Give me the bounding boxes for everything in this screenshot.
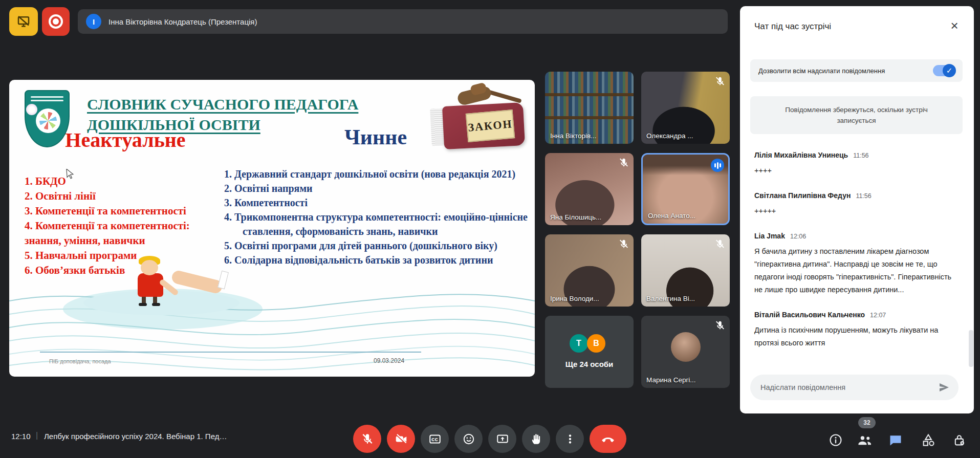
message-sender: Лілія Михайлівна Унинець xyxy=(754,151,848,159)
mic-off-icon xyxy=(714,76,726,87)
chat-message-input[interactable] xyxy=(760,383,938,391)
speaking-indicator-icon xyxy=(711,159,724,172)
allow-messages-label: Дозволити всім надсилати повідомлення xyxy=(758,67,933,75)
send-icon[interactable] xyxy=(938,381,950,394)
message-time: 12:07 xyxy=(870,312,886,319)
presenter-avatar: І xyxy=(86,14,101,29)
present-button[interactable] xyxy=(488,425,516,453)
more-options-button[interactable] xyxy=(556,425,584,453)
participant-tile[interactable]: Ірина Володи... xyxy=(545,234,634,307)
chat-scrollbar[interactable] xyxy=(969,330,973,367)
mouse-cursor xyxy=(66,169,75,179)
raise-hand-icon xyxy=(530,432,543,446)
message-sender: Віталій Васильович Кальченко xyxy=(754,311,865,319)
more-participants-label: Ще 24 особи xyxy=(545,360,634,368)
presentation-off-icon xyxy=(16,14,31,29)
message-time: 11:56 xyxy=(856,192,871,200)
allow-messages-row: Дозволити всім надсилати повідомлення ✓ xyxy=(750,59,963,82)
chat-title: Чат під час зустрічі xyxy=(754,21,831,32)
participant-tile[interactable]: Олександра ... xyxy=(641,72,730,144)
presenter-name: Інна Вікторівна Кондратець (Презентація) xyxy=(108,17,257,26)
message-text: ++++ xyxy=(754,164,956,177)
activities-button[interactable] xyxy=(921,433,935,447)
mic-off-icon xyxy=(618,157,629,168)
participant-tile[interactable]: Яна Білошиць... xyxy=(545,153,634,225)
chat-message: Lia Jmak12:06 Я бачила дитину з поставле… xyxy=(754,231,956,296)
message-time: 11:56 xyxy=(853,152,868,159)
camera-off-button[interactable] xyxy=(387,425,415,453)
chat-message: Віталій Васильович Кальченко12:07 Дитина… xyxy=(754,310,956,350)
recording-notice: Повідомлення збережуться, оскільки зустр… xyxy=(750,96,963,134)
call-controls: cc xyxy=(353,425,626,453)
captions-button[interactable]: cc xyxy=(421,425,449,453)
slide-footer-date: 09.03.2024 xyxy=(374,357,404,364)
end-call-icon xyxy=(600,431,616,447)
camera-off-icon xyxy=(395,432,408,446)
meeting-details-button[interactable] xyxy=(829,433,843,447)
end-call-button[interactable] xyxy=(590,425,626,453)
present-screen-icon xyxy=(496,432,509,446)
host-controls-button[interactable] xyxy=(952,433,967,447)
chat-panel: Чат під час зустрічі × Дозволити всім на… xyxy=(740,6,974,413)
message-text: Я бачила дитину з поставленим лікарем ді… xyxy=(754,245,956,296)
more-participants-tile[interactable]: Т В Ще 24 особи xyxy=(545,316,634,388)
presenter-chip[interactable]: І Інна Вікторівна Кондратець (Презентаці… xyxy=(78,9,728,34)
message-text: Дитина із психічним порушенням, можуть л… xyxy=(754,324,956,350)
emoji-icon xyxy=(462,432,475,446)
presentation-status-chip xyxy=(9,7,38,36)
raise-hand-button[interactable] xyxy=(522,425,550,453)
record-icon xyxy=(49,14,63,29)
participants-count-badge: 32 xyxy=(858,417,876,428)
chat-button-active[interactable] xyxy=(888,433,903,447)
reactions-button[interactable] xyxy=(454,425,483,453)
slide-footer-author: ПІБ доповідача, посада xyxy=(49,358,111,364)
pointing-hand-cartoon xyxy=(114,258,237,322)
mic-off-icon xyxy=(714,320,726,331)
mic-mute-button[interactable] xyxy=(353,425,381,453)
participant-tile[interactable]: Валентина Ві... xyxy=(641,234,730,307)
close-icon: × xyxy=(950,18,958,34)
more-vertical-icon xyxy=(563,432,577,446)
message-sender: Світлана Пилипівна Федун xyxy=(754,191,851,200)
chat-message-list: Лілія Михайлівна Унинець11:56 ++++ Світл… xyxy=(754,150,956,363)
participant-tile-speaking[interactable]: Олена Анато... xyxy=(641,153,730,225)
slide-footer-divider xyxy=(40,352,421,353)
decorative-waves xyxy=(9,80,535,377)
participant-tile[interactable]: Марина Сергі... xyxy=(641,316,730,388)
avatar: В xyxy=(587,334,605,353)
message-sender: Lia Jmak xyxy=(754,232,785,240)
avatar: Т xyxy=(570,334,588,353)
meeting-title: Лепбук професійного успіху 2024. Вебінар… xyxy=(44,432,227,441)
participant-tile[interactable]: Інна Вікторів... xyxy=(545,72,634,144)
close-chat-button[interactable]: × xyxy=(945,16,964,35)
chat-input-container xyxy=(750,375,959,400)
chat-message: Світлана Пилипівна Федун11:56 +++++ xyxy=(754,191,956,217)
presentation-slide: СЛОВНИК СУЧАСНОГО ПЕДАГОГА ДОШКІЛЬНОЇ ОС… xyxy=(9,80,535,377)
message-text: +++++ xyxy=(754,205,956,217)
clock: 12:10 xyxy=(11,432,31,441)
mic-off-icon xyxy=(361,432,374,446)
message-time: 12:06 xyxy=(790,233,806,240)
recording-indicator-chip xyxy=(42,7,70,36)
allow-messages-toggle[interactable]: ✓ xyxy=(933,65,955,76)
divider: | xyxy=(36,431,38,440)
chat-message: Лілія Михайлівна Унинець11:56 ++++ xyxy=(754,150,956,177)
avatar xyxy=(671,332,701,362)
people-button[interactable] xyxy=(857,433,873,447)
mic-off-icon xyxy=(714,238,726,250)
toggle-check-icon: ✓ xyxy=(943,64,956,77)
mic-off-icon xyxy=(618,238,629,250)
